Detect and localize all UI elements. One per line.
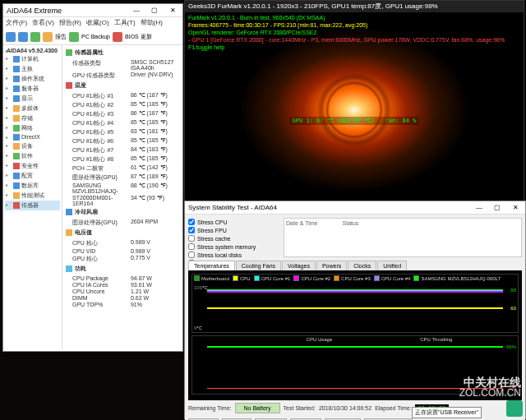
legend-item[interactable]: CPU Core #2 [293, 275, 330, 281]
tab-clocks[interactable]: Clocks [348, 261, 376, 270]
legend-item[interactable]: CPU [233, 275, 251, 281]
watermark-badge [506, 400, 523, 417]
sensor-content: 传感器属性 传感器类型SMSC SCH5127 ISA A40hGPU 传感器类… [62, 45, 182, 349]
sensor-row: CPU #1/核心 #285 ℃ (185 ℉) [66, 100, 179, 109]
aida64-window: AIDA64 Extreme — ▢ ✕ 文件(F) 查看(V) 报告(R) 收… [2, 3, 183, 352]
legend-item[interactable]: CPU Core #3 [334, 275, 371, 281]
tree-item[interactable]: 网络 [5, 123, 60, 133]
stress-check[interactable]: Stress CPU [188, 218, 279, 226]
minimize-button[interactable]: — [471, 201, 487, 213]
fm-line-4: F1:toggle help [188, 44, 505, 51]
tree-item[interactable]: 显示 [5, 94, 60, 104]
started-value: 2018/10/30 14:06:52 [319, 405, 371, 411]
graph2-title-a: CPU Usage [307, 337, 333, 342]
tab-powers[interactable]: Powers [316, 261, 347, 270]
report-icon[interactable] [43, 32, 53, 42]
stability-title: System Stability Test - AIDA64 — ▢ ✕ [185, 201, 525, 215]
tree-item[interactable]: 计算机 [5, 54, 60, 64]
aida64-title: AIDA64 Extreme — ▢ ✕ [3, 4, 182, 17]
menu-file[interactable]: 文件(F) [6, 18, 27, 28]
rlabel-1: 88 [510, 288, 516, 293]
legend-item[interactable]: CPU Core #4 [374, 275, 411, 281]
stability-tabs: TemperaturesCooling FansVoltagesPowersCl… [185, 261, 525, 270]
sensor-row: CPU #1/核心 #583 ℃ (181 ℉) [66, 127, 179, 136]
tree-item[interactable]: 存储 [5, 113, 60, 123]
tree-item[interactable]: 服务器 [5, 84, 60, 94]
started-label: Test Started: [284, 405, 316, 411]
maximize-button[interactable]: ▢ [146, 4, 163, 16]
toolbar: 报告 PC Backup BIOS 更新 [3, 29, 182, 45]
nav-tree[interactable]: AIDA64 v5.92.4300 计算机主板操作系统服务器显示多媒体存储网络D… [3, 45, 62, 349]
power-heading: 功耗 [66, 263, 179, 275]
temp-graph: MotherboardCPUCPU Core #1CPU Core #2CPU … [191, 274, 519, 333]
back-icon[interactable] [6, 32, 16, 42]
legend-item[interactable]: Motherboard [194, 275, 229, 281]
tree-item[interactable]: 多媒体 [5, 104, 60, 113]
elapsed-label: Elapsed Time: [375, 405, 411, 411]
close-button[interactable]: ✕ [507, 201, 524, 213]
g2-r1: 99% [506, 344, 516, 349]
graph2-title-b: CPU Throttling [420, 337, 452, 342]
sensor-row: CPU 核心0.989 V [66, 238, 179, 247]
sensor-row: CPU #1/核心 #485 ℃ (185 ℉) [66, 118, 179, 127]
tree-item[interactable]: 操作系统 [5, 74, 60, 84]
stress-check[interactable]: Stress local disks [188, 251, 279, 259]
tray-tooltip: 正在设置"USB Receiver" [412, 407, 482, 418]
tree-item[interactable]: 设备 [5, 141, 60, 151]
tab-unified[interactable]: Unified [377, 261, 407, 270]
furmark-title: Geeks3D FurMark v1.20.0.1 - 1920x3 - 210… [185, 1, 524, 12]
sensor-row: CPU #1/核心 #685 ℃ (185 ℉) [66, 136, 179, 145]
backup-icon[interactable] [69, 32, 79, 42]
tree-item[interactable]: 软件 [5, 151, 60, 161]
legend-item[interactable]: CPU Core #1 [254, 275, 291, 281]
tree-sensor[interactable]: 传感器 [5, 201, 60, 210]
fwd-icon[interactable] [18, 32, 28, 42]
stress-check[interactable]: Stress cache [188, 234, 279, 242]
sensor-row: ST2000DM001-1ER16434 ℃ (93 ℉) [66, 194, 179, 206]
bios-icon[interactable] [113, 32, 122, 42]
sensor-row: CPU #1/核心 #186 ℃ (187 ℉) [66, 91, 179, 100]
stress-check[interactable]: Stress system memory [188, 242, 279, 251]
gpu-temp-overlay: GPU 1: 87 ℃ (max:87 ℃) - fan: 84 % [290, 117, 419, 125]
sensor-row: CPU #1/核心 #784 ℃ (183 ℉) [66, 145, 179, 155]
minimize-button[interactable]: — [128, 4, 145, 16]
refresh-icon[interactable] [30, 32, 40, 42]
tab-cooling fans[interactable]: Cooling Fans [236, 261, 281, 270]
sensor-row: GPU 传感器类型Driver (NV-DRV) [66, 71, 179, 80]
temps-heading: 温度 [66, 80, 179, 91]
menu-report[interactable]: 报告(R) [59, 18, 81, 28]
tab-temperatures[interactable]: Temperatures [188, 261, 235, 270]
toolbar-report[interactable]: 报告 [55, 33, 67, 41]
sensor-row: CPU IA Cores93.61 W [66, 281, 179, 288]
watermark: 中关村在线 ZOL.COM.CN [459, 377, 521, 399]
legend-item[interactable]: SAMSUNG MZVLB512HAJQ-000L7 [413, 275, 501, 281]
maximize-button[interactable]: ▢ [489, 201, 505, 213]
toolbar-backup[interactable]: PC Backup [81, 34, 110, 39]
tree-item[interactable]: 配置 [5, 171, 60, 181]
sensor-row: CPU Uncore1.21 W [66, 288, 179, 294]
tree-item[interactable]: 主板 [5, 64, 60, 74]
furmark-stats: FurMark v1.20.0.1 - Burn-in test, 960x54… [188, 14, 505, 51]
tab-voltages[interactable]: Voltages [282, 261, 316, 270]
sensor-row: 图形处理器(GPU)87 ℃ (189 ℉) [66, 173, 179, 182]
stress-check[interactable]: Stress FPU [188, 226, 279, 234]
sensor-row: DIMM0.62 W [66, 294, 179, 301]
usage-trace [207, 346, 503, 348]
menu-fav[interactable]: 收藏(O) [86, 18, 109, 28]
menu-help[interactable]: 帮助(H) [141, 18, 163, 28]
toolbar-bios[interactable]: BIOS 更新 [125, 33, 152, 41]
tree-root[interactable]: AIDA64 v5.92.4300 [5, 47, 60, 54]
sensor-row: CPU #1/核心 #885 ℃ (185 ℉) [66, 155, 179, 164]
ylim-bot: 0℃ [194, 325, 202, 330]
tree-item[interactable]: 性能测试 [5, 191, 60, 201]
tree-item[interactable]: 数据库 [5, 181, 60, 191]
sensor-row: CPU #1/核心 #386 ℃ (187 ℉) [66, 109, 179, 118]
furmark-window: Geeks3D FurMark v1.20.0.1 - 1920x3 - 210… [184, 0, 524, 230]
tree-item[interactable]: DirectX [5, 133, 60, 141]
close-button[interactable]: ✕ [164, 4, 181, 16]
tree-item[interactable]: 安全性 [5, 161, 60, 171]
menu-view[interactable]: 查看(V) [32, 18, 54, 28]
sensor-row: CPU VID0.989 V [66, 247, 179, 254]
sensor-row: GPU 核心0.775 V [66, 254, 179, 263]
menu-tools[interactable]: 工具(T) [114, 18, 136, 28]
